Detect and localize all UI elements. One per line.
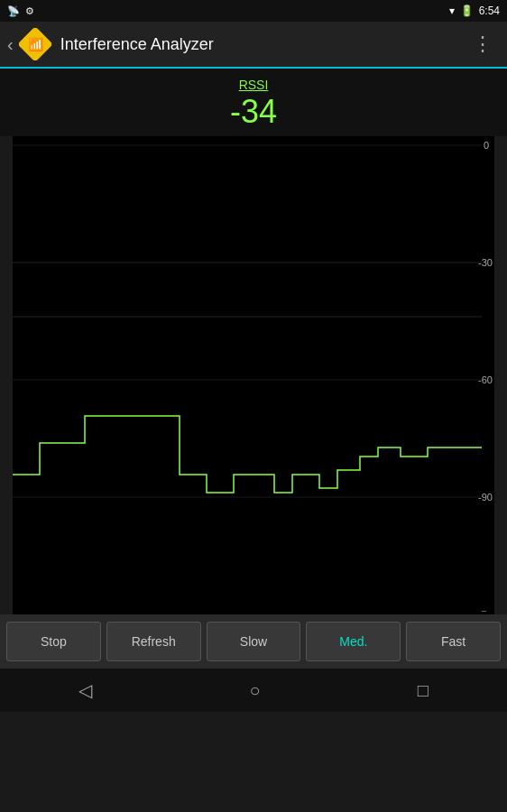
svg-text:-60: -60	[478, 374, 493, 385]
svg-text:0: 0	[484, 140, 489, 151]
nav-bar: ◁ ○ □	[0, 669, 507, 712]
fast-button[interactable]: Fast	[406, 622, 501, 661]
settings-icon: ⚙	[25, 5, 34, 17]
home-nav-icon[interactable]: ○	[249, 680, 260, 701]
rssi-label: RSSI	[0, 78, 507, 92]
back-nav-icon[interactable]: ◁	[78, 679, 92, 701]
rssi-value: -34	[0, 92, 507, 131]
status-bar: 📡 ⚙ ▾ 🔋 6:54	[0, 0, 507, 22]
app-icon: 📶	[19, 28, 51, 60]
app-bar: ‹ 📶 Interference Analyzer ⋮	[0, 22, 507, 69]
overflow-menu-button[interactable]: ⋮	[466, 32, 500, 56]
chart-svg: 0 -30 -60 -90 _	[13, 136, 494, 614]
svg-text:_: _	[481, 603, 487, 612]
battery-icon: 🔋	[460, 5, 474, 17]
status-right: ▾ 🔋 6:54	[449, 5, 500, 17]
rssi-section: RSSI -34	[0, 69, 507, 136]
chart-container: 0 -30 -60 -90 _	[13, 136, 494, 614]
slow-button[interactable]: Slow	[207, 622, 301, 661]
bottom-bar: Stop Refresh Slow Med. Fast	[0, 614, 507, 669]
notification-icon: 📡	[7, 5, 20, 17]
wifi-icon: ▾	[449, 5, 455, 17]
svg-text:-30: -30	[478, 257, 493, 268]
status-left: 📡 ⚙	[7, 5, 34, 17]
refresh-button[interactable]: Refresh	[106, 622, 201, 661]
recent-nav-icon[interactable]: □	[418, 680, 429, 701]
svg-rect-2	[13, 136, 494, 614]
svg-text:-90: -90	[478, 492, 493, 503]
back-button[interactable]: ‹	[7, 34, 14, 55]
med-button[interactable]: Med.	[306, 622, 401, 661]
stop-button[interactable]: Stop	[6, 622, 101, 661]
time-display: 6:54	[479, 5, 500, 17]
svg-text:📶: 📶	[27, 37, 43, 52]
app-title: Interference Analyzer	[60, 35, 466, 54]
